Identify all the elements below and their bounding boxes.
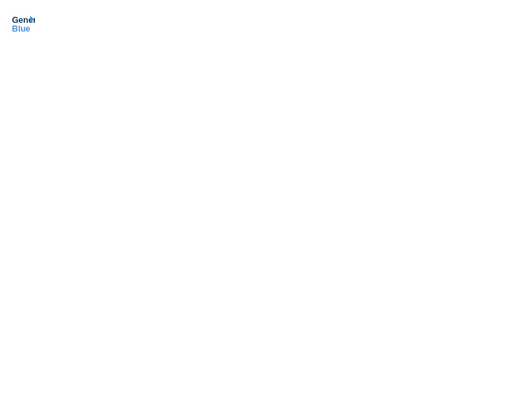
- page-header: General Blue: [11, 11, 521, 35]
- logo: General Blue: [11, 11, 35, 35]
- svg-text:Blue: Blue: [12, 24, 30, 34]
- logo-icon: General Blue: [11, 11, 35, 35]
